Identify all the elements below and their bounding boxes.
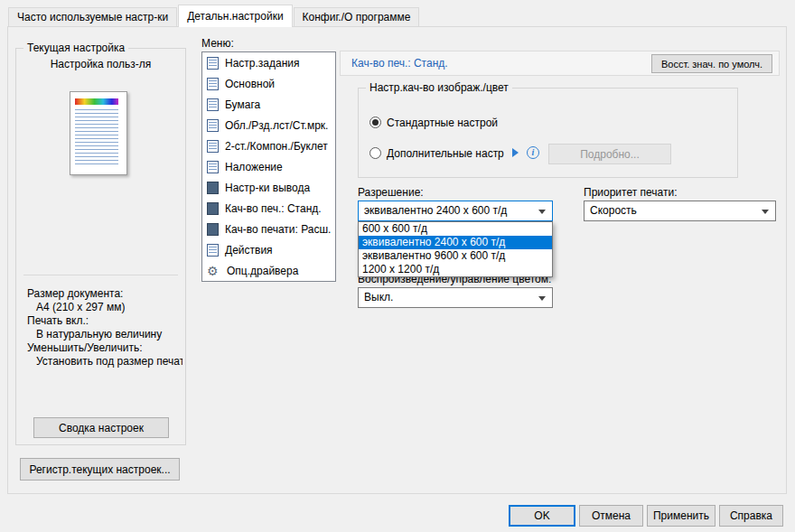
duplex-layout-icon	[207, 140, 219, 153]
tab-frequently-used-settings[interactable]: Часто используемые настр-ки	[8, 7, 177, 27]
menu-item-label: Наложение	[225, 161, 283, 173]
print-quality-standard-icon	[207, 202, 219, 215]
info-line: В натуральную величину	[27, 328, 182, 341]
ok-button[interactable]: OK	[509, 505, 575, 527]
profile-name-label: Настройка польз-ля	[16, 58, 185, 70]
info-line: A4 (210 x 297 мм)	[27, 301, 182, 314]
menu-item-job-settings[interactable]: Настр.задания	[202, 52, 335, 73]
info-line: Печать вкл.:	[27, 314, 182, 328]
register-current-settings-button[interactable]: Регистр.текущих настроек...	[20, 458, 180, 481]
menu-item-label: Основной	[225, 78, 275, 90]
panel-title: Кач-во печ.: Станд.	[351, 57, 448, 70]
covers-sheets-icon	[207, 119, 219, 132]
menu-item-output-settings[interactable]: Настр-ки вывода	[202, 177, 335, 198]
color-management-combobox[interactable]: Выкл.	[358, 287, 553, 308]
advanced-settings-radio[interactable]	[369, 147, 381, 159]
resolution-combobox[interactable]: эквивалентно 2400 x 600 т/д	[358, 201, 553, 221]
chevron-down-icon	[538, 210, 546, 214]
image-quality-group: Настр.кач-во изображ./цвет Стандартные н…	[358, 88, 738, 178]
basic-settings-icon	[207, 78, 219, 90]
divider	[23, 275, 178, 275]
panel-header: Кач-во печ.: Станд. Восст. знач. по умол…	[340, 51, 780, 76]
document-info: Размер документа: A4 (210 x 297 мм) Печа…	[27, 287, 182, 369]
detailed-settings-page: Текущая настройка Настройка польз-ля Раз…	[7, 26, 787, 494]
menu-item-paper[interactable]: Бумага	[202, 94, 335, 115]
info-line: Размер документа:	[27, 287, 182, 301]
print-priority-label: Приоритет печати:	[584, 186, 678, 199]
tab-detailed-settings[interactable]: Детальн.настройки	[178, 5, 292, 27]
cancel-button[interactable]: Отмена	[579, 505, 643, 527]
document-preview	[70, 91, 127, 175]
menu-item-driver-options[interactable]: Опц.драйвера	[202, 260, 335, 281]
actions-icon	[207, 244, 219, 257]
resolution-option-selected[interactable]: эквивалентно 2400 x 600 т/д	[359, 236, 552, 249]
settings-summary-button[interactable]: Сводка настроек	[33, 417, 169, 438]
resolution-label: Разрешение:	[358, 186, 424, 199]
standard-settings-radio-label: Стандартные настрой	[387, 117, 498, 129]
menu-item-label: Опц.драйвера	[227, 265, 298, 277]
printer-preferences-dialog: Текущая настройка Настройка польз-ля Раз…	[0, 0, 795, 532]
menu-item-label: Действия	[225, 244, 273, 257]
details-button[interactable]: Подробно...	[548, 144, 671, 164]
resolution-value: эквивалентно 2400 x 600 т/д	[364, 204, 507, 217]
info-icon[interactable]	[527, 146, 539, 159]
apply-button[interactable]: Применить	[647, 505, 716, 527]
resolution-dropdown-list: 600 x 600 т/д эквивалентно 2400 x 600 т/…	[358, 221, 553, 277]
overlay-icon	[207, 161, 219, 173]
menu-item-quality-standard[interactable]: Кач-во печ.: Станд.	[202, 198, 335, 219]
restore-defaults-button[interactable]: Восст. знач. по умолч.	[651, 54, 772, 73]
resolution-option[interactable]: эквивалентно 9600 x 600 т/д	[359, 249, 552, 263]
menu-label: Меню:	[201, 37, 234, 50]
preview-text-lines	[75, 109, 118, 166]
preview-color-bar	[75, 98, 118, 105]
menu-item-covers[interactable]: Обл./Рзд.лст/Ст.мрк.	[202, 115, 335, 135]
menu-item-label: 2-ст./Компон./Буклет	[225, 140, 328, 153]
menu-item-overlay[interactable]: Наложение	[202, 156, 335, 177]
menu-item-label: Кач-во печати: Расш.	[225, 223, 331, 236]
expander-arrow-icon[interactable]	[512, 148, 519, 157]
menu-item-label: Бумага	[225, 98, 260, 111]
resolution-option[interactable]: 1200 x 1200 т/д	[359, 263, 552, 276]
output-settings-icon	[207, 182, 219, 194]
tab-config-about[interactable]: Конфиг./О программе	[294, 7, 420, 27]
print-priority-combobox[interactable]: Скорость	[584, 201, 776, 221]
menu-item-quality-extended[interactable]: Кач-во печати: Расш.	[202, 219, 335, 239]
tab-strip: Часто используемые настр-ки Детальн.наст…	[8, 5, 420, 27]
chevron-down-icon	[762, 210, 769, 214]
job-settings-icon	[207, 57, 219, 70]
menu-item-label: Настр-ки вывода	[225, 182, 310, 194]
help-button[interactable]: Справка	[719, 505, 783, 527]
info-line: Уменьшить/Увеличить:	[27, 341, 182, 355]
resolution-option[interactable]: 600 x 600 т/д	[359, 222, 552, 236]
menu-item-label: Кач-во печ.: Станд.	[225, 202, 322, 215]
standard-settings-radio[interactable]	[369, 117, 381, 128]
print-quality-extended-icon	[207, 223, 219, 236]
advanced-settings-radio-label: Дополнительные настр	[387, 147, 504, 160]
current-settings-group: Текущая настройка Настройка польз-ля Раз…	[15, 48, 186, 445]
group-title: Текущая настройка	[23, 42, 128, 54]
info-line: Установить под размер печат	[27, 355, 182, 369]
settings-menu-list: Настр.задания Основной Бумага Обл./Рзд.л…	[201, 51, 336, 282]
menu-item-actions[interactable]: Действия	[202, 239, 335, 260]
print-priority-value: Скорость	[590, 204, 637, 217]
group-title: Настр.кач-во изображ./цвет	[366, 81, 512, 94]
paper-icon	[207, 98, 219, 111]
chevron-down-icon	[538, 296, 546, 301]
menu-item-basic[interactable]: Основной	[202, 73, 335, 94]
menu-item-duplex-layout[interactable]: 2-ст./Компон./Буклет	[202, 135, 335, 156]
color-management-value: Выкл.	[364, 291, 393, 303]
menu-item-label: Настр.задания	[225, 57, 300, 70]
driver-options-icon	[207, 265, 220, 277]
menu-item-label: Обл./Рзд.лст/Ст.мрк.	[225, 119, 328, 132]
